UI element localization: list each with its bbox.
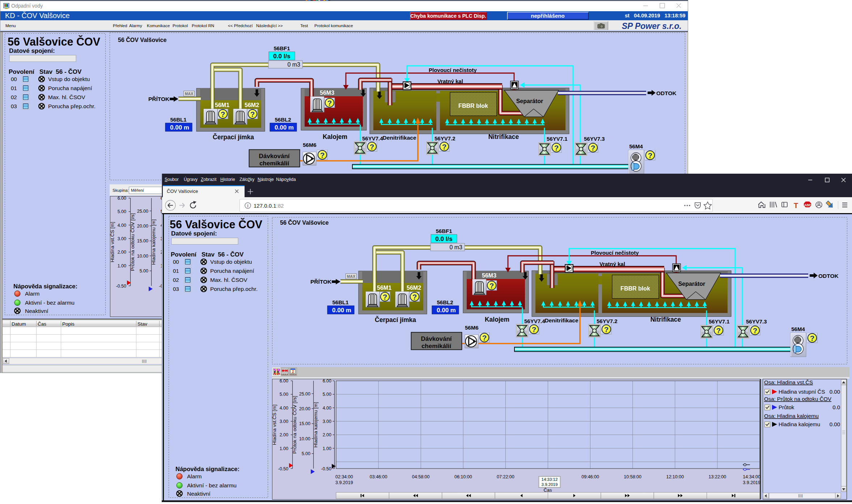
svg-text:Protokol komunikace: Protokol komunikace xyxy=(314,24,353,28)
svg-text:nepřihlášeno: nepřihlášeno xyxy=(531,13,564,19)
svg-text:Úpravy: Úpravy xyxy=(184,177,198,182)
svg-text:st 04.09.2019 13:18:59: st 04.09.2019 13:18:59 xyxy=(625,13,686,18)
svg-text:Datum: Datum xyxy=(12,321,26,327)
svg-text:Popis: Popis xyxy=(62,321,75,327)
svg-text:Měření: Měření xyxy=(131,188,144,192)
svg-text:Čas: Čas xyxy=(38,321,46,327)
svg-text:Hladina kalojemu: Hladina kalojemu xyxy=(779,421,820,427)
svg-text:Následující >>: Následující >> xyxy=(256,24,283,28)
svg-text:Alarmy: Alarmy xyxy=(129,24,142,28)
svg-text:Přehled: Přehled xyxy=(113,24,127,28)
svg-text:Odpadní vody: Odpadní vody xyxy=(11,3,43,9)
svg-text:Záložky: Záložky xyxy=(240,177,254,182)
svg-text:Test: Test xyxy=(300,24,308,28)
svg-text:KD - ČOV Valšovice: KD - ČOV Valšovice xyxy=(5,12,70,20)
svg-text:Osa: Hladina vst.ČS: Osa: Hladina vst.ČS xyxy=(764,379,813,385)
svg-text:i: i xyxy=(247,203,248,208)
svg-text:ČOV Valšovice: ČOV Valšovice xyxy=(167,189,198,194)
svg-text:127.0.0.1:82: 127.0.0.1:82 xyxy=(254,203,284,209)
svg-text:Protokol: Protokol xyxy=(173,24,188,28)
svg-text:<< Předchozí: << Předchozí xyxy=(228,24,253,28)
svg-text:Historie: Historie xyxy=(220,177,235,182)
svg-text:Skupina:: Skupina: xyxy=(113,188,129,192)
svg-text:ABP: ABP xyxy=(804,203,811,207)
svg-text:Menu: Menu xyxy=(5,24,16,28)
svg-text:Stav: Stav xyxy=(137,321,147,327)
svg-text:Nápověda: Nápověda xyxy=(276,177,296,182)
svg-text:Protokol RN: Protokol RN xyxy=(192,24,214,28)
svg-text:SP Power s.r.o.: SP Power s.r.o. xyxy=(622,21,682,31)
svg-text:Osa: Hladina kalojemu: Osa: Hladina kalojemu xyxy=(764,413,819,419)
svg-text:T: T xyxy=(794,202,798,209)
svg-text:IIII: IIII xyxy=(142,359,147,364)
svg-text:Komunikace: Komunikace xyxy=(147,24,170,28)
svg-text:Hladina vstupní ČS: Hladina vstupní ČS xyxy=(779,389,825,395)
svg-text:Zobrazit: Zobrazit xyxy=(201,177,217,182)
svg-text:Nástroje: Nástroje xyxy=(258,177,274,182)
svg-text:IIII: IIII xyxy=(798,494,803,499)
svg-text:0.00: 0.00 xyxy=(830,389,840,395)
svg-text:1: 1 xyxy=(292,370,294,374)
svg-text:0.00: 0.00 xyxy=(830,421,840,427)
svg-text:Chyba komunikace s PLC Disp.: Chyba komunikace s PLC Disp. xyxy=(410,13,486,19)
svg-text:Soubor: Soubor xyxy=(165,177,179,182)
svg-text:Osa: Průtok na odtoku ČOV: Osa: Průtok na odtoku ČOV xyxy=(764,396,831,402)
svg-text:Průtok: Průtok xyxy=(779,404,794,410)
svg-text:0.0: 0.0 xyxy=(832,404,840,410)
